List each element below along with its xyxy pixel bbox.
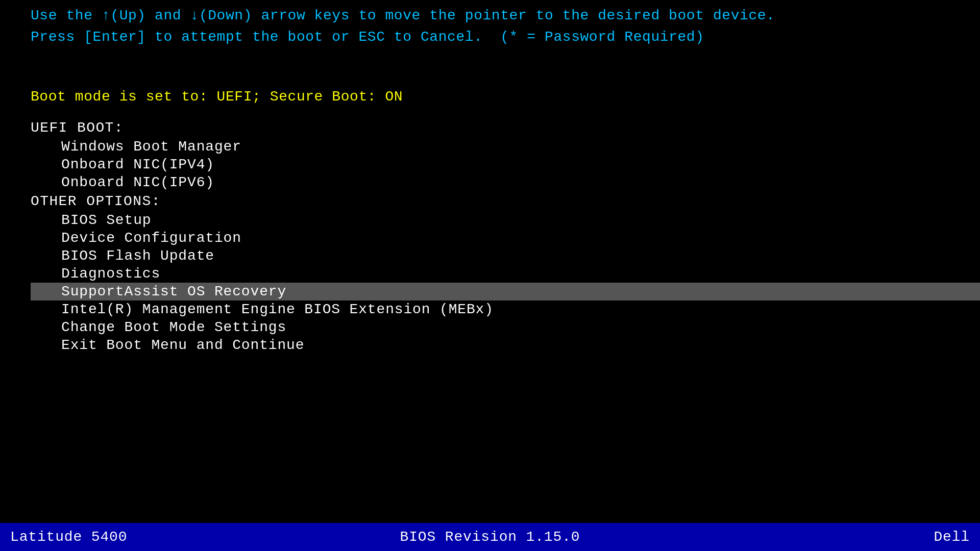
menu-item[interactable]: Windows Boot Manager: [31, 138, 980, 156]
header-instructions: Use the ↑(Up) and ↓(Down) arrow keys to …: [0, 0, 980, 48]
boot-menu: UEFI BOOT: Windows Boot Manager Onboard …: [0, 120, 980, 354]
menu-item[interactable]: Onboard NIC(IPV4): [31, 156, 980, 173]
menu-item-bios-flash[interactable]: BIOS Flash Update: [31, 247, 980, 265]
footer-brand: Dell: [934, 529, 970, 545]
uefi-boot-header: UEFI BOOT:: [31, 120, 980, 136]
boot-mode-info: Boot mode is set to: UEFI; Secure Boot: …: [0, 89, 980, 105]
boot-mode-text: Boot mode is set to: UEFI; Secure Boot: …: [31, 89, 980, 105]
menu-item[interactable]: Onboard NIC(IPV6): [31, 173, 980, 191]
footer-bar: Latitude 5400 BIOS Revision 1.15.0 Dell: [0, 523, 980, 551]
footer-device-name: Latitude 5400: [10, 529, 127, 545]
menu-item-intel-me[interactable]: Intel(R) Management Engine BIOS Extensio…: [31, 300, 980, 318]
menu-item-exit-boot-menu[interactable]: Exit Boot Menu and Continue: [31, 336, 980, 354]
menu-item-bios-setup[interactable]: BIOS Setup: [31, 211, 980, 229]
instruction-line-2: Press [Enter] to attempt the boot or ESC…: [31, 27, 949, 48]
other-options-header: OTHER OPTIONS:: [31, 193, 980, 209]
footer-bios-revision: BIOS Revision 1.15.0: [400, 529, 580, 545]
bios-screen: Use the ↑(Up) and ↓(Down) arrow keys to …: [0, 0, 980, 551]
menu-item-supportassist[interactable]: SupportAssist OS Recovery: [31, 283, 980, 300]
menu-item-device-config[interactable]: Device Configuration: [31, 229, 980, 247]
instruction-line-1: Use the ↑(Up) and ↓(Down) arrow keys to …: [31, 5, 949, 27]
menu-item-diagnostics[interactable]: Diagnostics: [31, 265, 980, 283]
menu-item-change-boot-mode[interactable]: Change Boot Mode Settings: [31, 318, 980, 336]
